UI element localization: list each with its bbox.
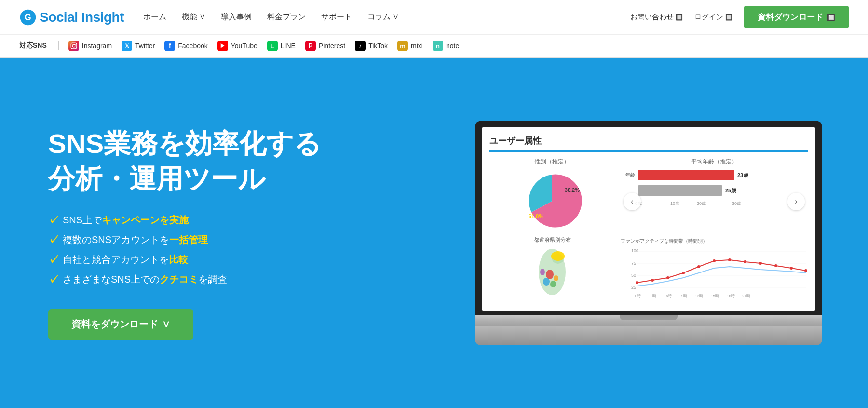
line-chart-svg: 100 75 50 25 (621, 246, 808, 299)
svg-point-32 (804, 269, 807, 272)
svg-point-31 (790, 267, 793, 270)
check-icon-2: ✓ (48, 234, 59, 246)
chevron-down-icon: ∨ (393, 12, 399, 22)
svg-point-22 (651, 279, 654, 282)
sns-twitter[interactable]: 𝕏 Twitter (122, 41, 155, 51)
sns-pinterest[interactable]: P Pinterest (305, 41, 345, 51)
pie-chart: 61.8% 38.2% (521, 170, 583, 232)
nav-cases[interactable]: 導入事例 (221, 12, 252, 22)
bar-fill-2 (638, 185, 722, 196)
logo-icon: G (19, 9, 37, 26)
nav-column[interactable]: コラム ∨ (367, 12, 399, 22)
active-time-label: ファンがアクティブな時間帯（時間別） (621, 238, 808, 245)
svg-text:18時: 18時 (727, 294, 735, 298)
svg-text:12時: 12時 (695, 294, 703, 298)
laptop: ユーザー属性 性別（推定） (475, 121, 822, 345)
svg-point-23 (666, 276, 669, 279)
chart-right: 平均年齢（推定） ‹ › 年齢 23歳 (621, 158, 808, 301)
svg-text:9時: 9時 (681, 294, 687, 298)
svg-point-28 (744, 260, 746, 263)
check-icon-1: ✓ (48, 214, 59, 227)
chevron-down-icon: ∨ (199, 12, 205, 22)
nav-pricing[interactable]: 料金プラン (267, 12, 306, 22)
sns-mixi[interactable]: m mixi (397, 41, 423, 51)
svg-point-26 (713, 259, 716, 262)
svg-text:75: 75 (631, 261, 636, 266)
main-nav: ホーム 機能 ∨ 導入事例 料金プラン サポート コラム ∨ (124, 12, 399, 22)
nav-menu: ホーム 機能 ∨ 導入事例 料金プラン サポート コラム ∨ (143, 12, 399, 22)
logo[interactable]: G Social Insight (19, 9, 124, 26)
svg-point-27 (728, 258, 731, 261)
svg-point-24 (682, 272, 685, 274)
svg-point-30 (774, 264, 777, 267)
next-arrow[interactable]: › (787, 193, 805, 210)
svg-text:G: G (25, 13, 31, 22)
svg-point-9 (543, 278, 550, 286)
screen-charts: 性別（推定） 61.8% (489, 158, 808, 301)
nav-home[interactable]: ホーム (143, 12, 166, 22)
svg-point-29 (759, 262, 762, 265)
hero-title: SNS業務を効率化する 分析・運用ツール (48, 126, 321, 197)
bar-chart: ‹ › 年齢 23歳 (621, 170, 808, 234)
prev-arrow[interactable]: ‹ (624, 193, 641, 210)
header-download-button[interactable]: 資料ダウンロード 🔲 (744, 6, 849, 28)
svg-point-25 (697, 265, 700, 268)
feature-1: ✓ SNS上でキャンペーンを実施 (48, 214, 321, 227)
line-chart: ファンがアクティブな時間帯（時間別） 100 75 50 25 (621, 238, 808, 302)
sns-bar: 対応SNS Instagram 𝕏 Twitter f Facebook ▶ Y… (0, 35, 868, 58)
male-pct-label: 38.2% (565, 187, 580, 193)
header-right: お問い合わせ 🔲 ログイン 🔲 資料ダウンロード 🔲 (630, 6, 849, 28)
bar-fill-1 (638, 170, 734, 180)
screen-divider (489, 150, 808, 152)
sns-facebook[interactable]: f Facebook (164, 41, 207, 51)
external-icon: 🔲 (725, 14, 732, 21)
bar-value-1: 23歳 (737, 172, 748, 179)
sns-bar-label: 対応SNS (19, 41, 59, 50)
mixi-icon: m (397, 41, 408, 51)
svg-point-10 (550, 281, 556, 287)
sns-instagram[interactable]: Instagram (68, 41, 112, 51)
svg-point-8 (546, 270, 554, 279)
age-axis: 0歳 10歳 20歳 30歳 (635, 201, 741, 207)
map-area: 都道府県別分布 (523, 236, 581, 299)
feature-4: ✓ さまざまなSNS上でのクチコミを調査 (48, 273, 321, 286)
laptop-screen: ユーザー属性 性別（推定） (482, 127, 815, 311)
chart-left: 性別（推定） 61.8% (489, 158, 615, 301)
feature-3: ✓ 自社と競合アカウントを比較 (48, 253, 321, 266)
pie-svg (521, 170, 583, 232)
svg-text:15時: 15時 (711, 294, 719, 298)
svg-point-7 (551, 251, 565, 261)
laptop-base (475, 315, 822, 326)
svg-text:50: 50 (631, 273, 636, 278)
download-icon: 🔲 (827, 14, 835, 21)
instagram-icon (68, 41, 79, 51)
hero-content: SNS業務を効率化する 分析・運用ツール ✓ SNS上でキャンペーンを実施 ✓ … (48, 126, 321, 340)
nav-features[interactable]: 機能 ∨ (182, 12, 205, 22)
laptop-screen-area: ユーザー属性 性別（推定） (475, 121, 822, 315)
svg-text:100: 100 (631, 248, 638, 253)
hero-download-button[interactable]: 資料をダウンロード ∨ (48, 309, 193, 340)
pinterest-icon: P (305, 41, 316, 51)
sns-note[interactable]: n note (433, 41, 459, 51)
check-icon-4: ✓ (48, 273, 59, 286)
tiktok-icon: ♪ (355, 41, 366, 51)
facebook-icon: f (164, 41, 175, 51)
svg-text:21時: 21時 (742, 294, 750, 298)
gender-chart-label: 性別（推定） (535, 158, 570, 166)
screen-content: ユーザー属性 性別（推定） (482, 127, 815, 311)
female-pct-label: 61.8% (529, 213, 543, 219)
nav-support[interactable]: サポート (321, 12, 352, 22)
chevron-down-icon: ∨ (162, 318, 170, 331)
sns-tiktok[interactable]: ♪ TikTok (355, 41, 388, 51)
bar-row-1: 年齢 23歳 (621, 170, 788, 180)
sns-line[interactable]: L LINE (267, 41, 296, 51)
svg-text:25: 25 (631, 285, 636, 290)
contact-link[interactable]: お問い合わせ 🔲 (630, 13, 683, 22)
svg-point-21 (636, 281, 638, 284)
login-link[interactable]: ログイン 🔲 (694, 13, 732, 22)
sns-items-list: Instagram 𝕏 Twitter f Facebook ▶ YouTube… (68, 41, 459, 51)
sns-youtube[interactable]: ▶ YouTube (217, 41, 258, 51)
svg-point-11 (554, 275, 558, 281)
check-icon-3: ✓ (48, 254, 59, 266)
twitter-icon: 𝕏 (122, 41, 132, 51)
